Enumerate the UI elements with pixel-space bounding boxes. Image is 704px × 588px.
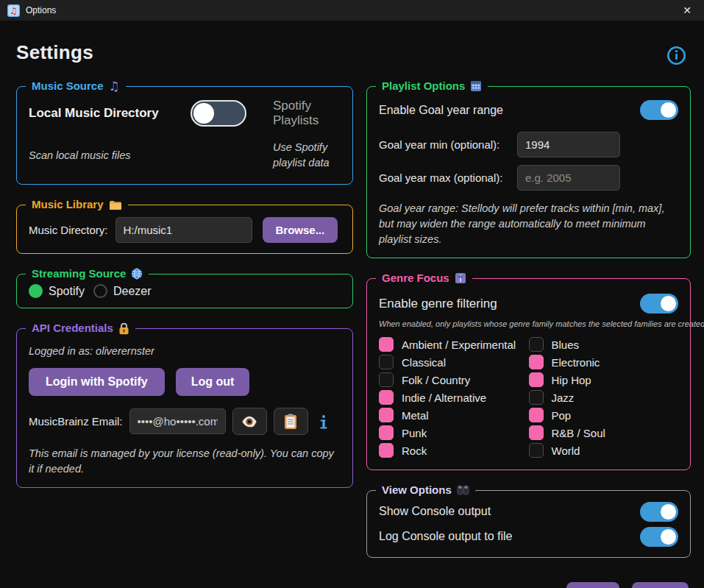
copy-email-button[interactable] xyxy=(274,408,308,435)
app-music-note-icon: ♫ xyxy=(7,4,20,17)
clipboard-icon xyxy=(284,414,297,430)
radio-spotify[interactable] xyxy=(29,284,43,298)
music-source-group: Music Source ♫ Local Music Directory Spo… xyxy=(16,86,353,185)
goal-year-min-label: Goal year min (optional): xyxy=(379,138,510,151)
goal-year-hint: Goal year range: Stellody will prefer tr… xyxy=(379,201,678,247)
toggle-knob xyxy=(661,296,676,311)
genre-item-jazz[interactable]: Jazz xyxy=(529,389,679,406)
genre-focus-group: Genre Focus Enable genre filtering When … xyxy=(366,278,691,470)
music-library-group: Music Library Music Directory: Browse... xyxy=(16,205,353,254)
toggle-knob xyxy=(661,102,676,118)
checkbox[interactable] xyxy=(379,355,394,369)
genre-checkbox-grid: Ambient / Experimental Classical Folk / … xyxy=(379,336,678,459)
show-console-output-label: Show Console output xyxy=(379,505,491,518)
api-credentials-group: API Credentials Logged in as: olivererns… xyxy=(16,328,353,488)
reveal-email-button[interactable] xyxy=(232,408,267,435)
checkbox[interactable] xyxy=(379,408,394,422)
globe-icon xyxy=(131,268,143,280)
genre-focus-legend: Genre Focus xyxy=(376,271,472,286)
genre-filtering-toggle[interactable] xyxy=(640,294,678,314)
music-directory-input[interactable] xyxy=(115,217,252,243)
level-slider-icon xyxy=(455,272,466,284)
calendar-icon xyxy=(470,80,482,92)
toggle-knob xyxy=(661,504,676,520)
view-options-group: View Options Show Console output xyxy=(366,490,691,558)
log-console-toggle[interactable] xyxy=(640,527,678,547)
titlebar: ♫ Options ✕ xyxy=(0,0,704,21)
checkbox[interactable] xyxy=(529,355,544,369)
checkbox[interactable] xyxy=(379,337,394,352)
checkbox[interactable] xyxy=(529,337,544,352)
enable-genre-filtering-label: Enable genre filtering xyxy=(379,297,497,311)
genre-item-pop[interactable]: Pop xyxy=(529,406,679,424)
radio-deezer-label: Deezer xyxy=(113,285,152,298)
genre-item-punk[interactable]: Punk xyxy=(379,424,529,442)
radio-spotify-label: Spotify xyxy=(49,285,85,298)
goal-year-min-input[interactable] xyxy=(517,132,620,157)
playlist-options-group: Playlist Options Enable Goal y xyxy=(366,86,691,258)
genre-filtering-hint: When enabled, only playlists whose genre… xyxy=(379,319,678,328)
binoculars-icon xyxy=(457,485,469,495)
spotify-playlists-hint: Use Spotify playlist data xyxy=(273,140,341,171)
window-title: Options xyxy=(26,5,670,15)
close-button[interactable]: Close xyxy=(632,582,689,588)
login-with-spotify-button[interactable]: Login with Spotify xyxy=(29,368,165,396)
log-out-button[interactable]: Log out xyxy=(176,368,250,396)
streaming-source-legend: Streaming Source xyxy=(26,266,149,281)
save-button[interactable]: Save xyxy=(566,582,619,588)
music-notes-icon: ♫ xyxy=(109,79,120,93)
musicbrainz-email-label: MusicBrainz Email: xyxy=(29,415,123,428)
window-close-icon[interactable]: ✕ xyxy=(670,0,704,21)
streaming-source-group: Streaming Source xyxy=(16,274,353,308)
checkbox[interactable] xyxy=(529,408,544,422)
help-info-icon[interactable] xyxy=(666,46,686,65)
goal-year-toggle[interactable] xyxy=(640,100,678,120)
genre-item-metal[interactable]: Metal xyxy=(379,406,529,424)
footer: Save Close xyxy=(0,582,704,588)
genre-item-blues[interactable]: Blues xyxy=(529,336,679,353)
api-credentials-legend: API Credentials xyxy=(26,321,135,336)
checkbox[interactable] xyxy=(529,390,544,405)
toggle-knob xyxy=(193,103,214,124)
goal-year-max-label: Goal year max (optional): xyxy=(379,171,510,184)
checkbox[interactable] xyxy=(379,425,394,440)
playlist-options-legend: Playlist Options xyxy=(376,79,488,93)
logged-in-text: Logged in as: oliverernster xyxy=(29,344,341,359)
genre-item-world[interactable]: World xyxy=(529,442,679,459)
toggle-knob xyxy=(661,529,676,545)
eye-icon xyxy=(241,415,258,428)
folder-icon xyxy=(109,199,122,210)
log-console-to-file-label: Log Console output to file xyxy=(379,530,512,543)
local-music-hint: Scan local music files xyxy=(29,148,182,163)
show-console-toggle[interactable] xyxy=(640,502,678,522)
music-directory-label: Music Directory: xyxy=(29,224,108,236)
genre-item-classical[interactable]: Classical xyxy=(379,353,529,371)
genre-item-ambient-experimental[interactable]: Ambient / Experimental xyxy=(379,336,529,353)
checkbox[interactable] xyxy=(379,390,394,405)
lock-icon xyxy=(118,322,129,335)
svg-text:♫: ♫ xyxy=(10,6,18,16)
view-options-legend: View Options xyxy=(376,483,475,497)
checkbox[interactable] xyxy=(379,443,394,458)
checkbox[interactable] xyxy=(529,425,544,440)
genre-item-hip-hop[interactable]: Hip Hop xyxy=(529,371,679,389)
genre-item-folk-country[interactable]: Folk / Country xyxy=(379,371,529,389)
checkbox[interactable] xyxy=(529,443,544,458)
music-library-legend: Music Library xyxy=(26,197,128,212)
genre-item-rnb-soul[interactable]: R&B / Soul xyxy=(529,424,679,442)
music-source-legend: Music Source ♫ xyxy=(26,79,126,93)
genre-item-rock[interactable]: Rock xyxy=(379,442,529,459)
browse-button[interactable]: Browse... xyxy=(263,217,338,243)
radio-deezer[interactable] xyxy=(93,284,107,298)
musicbrainz-email-input[interactable] xyxy=(129,408,226,434)
enable-goal-year-label: Enable Goal year range xyxy=(379,104,503,117)
genre-item-indie-alternative[interactable]: Indie / Alternative xyxy=(379,389,529,406)
page-title: Settings xyxy=(16,41,93,64)
checkbox[interactable] xyxy=(529,372,544,387)
spotify-playlists-label: Spotify Playlists xyxy=(273,99,341,128)
checkbox[interactable] xyxy=(379,372,394,387)
email-info-icon[interactable] xyxy=(319,414,328,429)
genre-item-electronic[interactable]: Electronic xyxy=(529,353,679,371)
music-source-toggle[interactable] xyxy=(191,100,246,127)
goal-year-max-input[interactable] xyxy=(517,165,620,191)
